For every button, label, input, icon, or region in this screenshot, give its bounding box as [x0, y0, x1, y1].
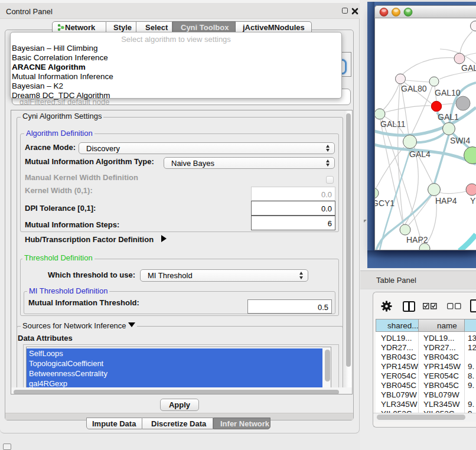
svg-text:GAL4: GAL4 [409, 149, 431, 159]
svg-text:GAL10: GAL10 [435, 88, 461, 97]
svg-text:GAL80: GAL80 [401, 84, 427, 93]
svg-text:GAL11: GAL11 [380, 119, 406, 129]
svg-text:HAP4: HAP4 [435, 196, 457, 206]
svg-text:YM: YM [470, 196, 476, 206]
svg-text:GCY1: GCY1 [375, 198, 395, 208]
svg-text:SWI4: SWI4 [450, 136, 470, 145]
svg-text:GAL7: GAL7 [461, 63, 476, 73]
svg-text:HAP2: HAP2 [406, 235, 428, 244]
svg-text:GAL1: GAL1 [438, 112, 459, 122]
